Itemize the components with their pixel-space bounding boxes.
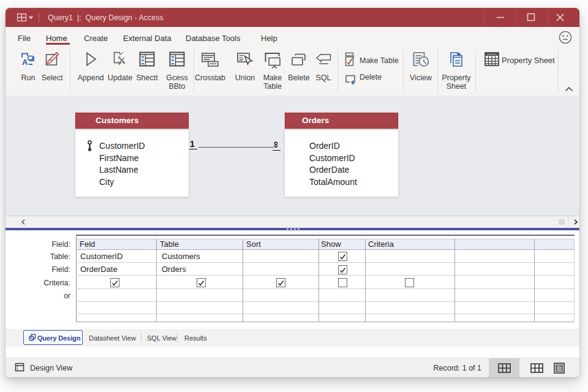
svg-text:A: A: [22, 58, 28, 67]
